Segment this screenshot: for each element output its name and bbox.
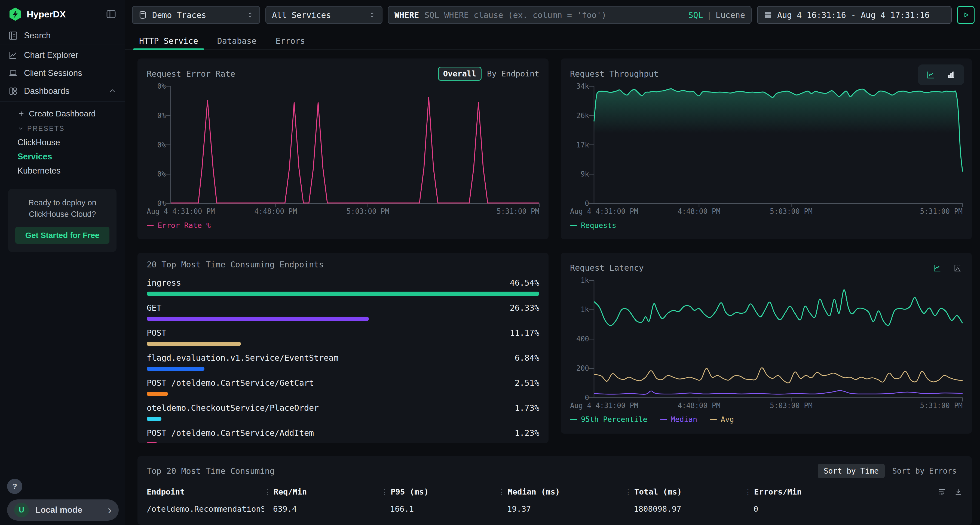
drag-handle-icon[interactable]: ⋮	[498, 488, 504, 496]
endpoint-row[interactable]: oteldemo.CheckoutService/PlaceOrder1.73%	[147, 402, 539, 421]
query-language-toggle[interactable]: SQL | Lucene	[688, 10, 745, 20]
endpoint-percentage: 1.23%	[515, 428, 539, 438]
dashboard-content: Request Error Rate Overall By Endpoint 0…	[125, 50, 980, 525]
endpoint-row[interactable]: POST11.17%	[147, 327, 539, 346]
sidebar-item-label: Dashboards	[24, 86, 69, 96]
x-tick-label: 5:03:00 PM	[770, 401, 813, 410]
sort-by-time-button[interactable]: Sort by Time	[818, 464, 885, 478]
sidebar-item-clickhouse[interactable]: ClickHouse	[18, 135, 125, 150]
source-select-value: Demo Traces	[152, 10, 206, 20]
download-icon[interactable]	[954, 487, 963, 496]
preset-label: Services	[18, 152, 52, 162]
avatar: U	[14, 503, 29, 517]
sidebar-collapse-icon[interactable]	[106, 9, 116, 20]
updown-chevron-icon	[368, 11, 376, 19]
column-header-errors-min[interactable]: ⋮Errors/Min	[744, 487, 861, 496]
tab-database[interactable]: Database	[216, 32, 258, 49]
create-dashboard-button[interactable]: Create Dashboard	[18, 106, 125, 121]
legend-item: Error Rate %	[147, 221, 211, 230]
table-row[interactable]: /oteldemo.RecommendationServ 639.4 166.1…	[147, 500, 963, 518]
sidebar: HyperDX Search Chart Explorer	[0, 0, 125, 525]
endpoint-row[interactable]: POST /oteldemo.CartService/AddItem1.23%	[147, 427, 539, 443]
database-icon	[138, 10, 147, 20]
line-chart-icon[interactable]	[926, 70, 936, 80]
search-bar[interactable]: WHERE SQL | Lucene	[388, 6, 752, 24]
updown-chevron-icon	[247, 11, 254, 19]
endpoint-row[interactable]: ingress46.54%	[147, 277, 539, 296]
cell-total: 1808098.97	[624, 504, 744, 514]
column-header-median[interactable]: ⋮Median (ms)	[498, 487, 624, 496]
endpoint-percentage: 46.54%	[510, 278, 539, 287]
endpoint-row[interactable]: flagd.evaluation.v1.Service/EventStream6…	[147, 352, 539, 371]
drag-handle-icon[interactable]: ⋮	[381, 488, 387, 496]
source-select[interactable]: Demo Traces	[132, 6, 260, 24]
endpoint-row[interactable]: GET26.33%	[147, 302, 539, 321]
line-chart-icon[interactable]	[932, 263, 942, 273]
presets-label: PRESETS	[27, 125, 65, 132]
sidebar-item-label: Client Sessions	[24, 68, 82, 78]
hyperdx-logo[interactable]: HyperDX	[8, 7, 66, 21]
play-icon	[962, 11, 970, 19]
tab-http-service[interactable]: HTTP Service	[137, 32, 200, 49]
drag-handle-icon[interactable]: ⋮	[624, 488, 631, 496]
chart-plot[interactable]	[594, 281, 963, 398]
overall-toggle-button[interactable]: Overall	[438, 67, 482, 81]
local-mode-button[interactable]: U Local mode ›	[7, 500, 119, 521]
sidebar-item-search[interactable]: Search	[0, 27, 125, 44]
bar-chart-icon[interactable]	[946, 70, 956, 80]
sql-mode-label[interactable]: SQL	[688, 10, 703, 20]
x-tick-label: 5:31:00 PM	[920, 401, 963, 410]
endpoint-percentage: 2.51%	[515, 378, 539, 388]
top-time-consuming-table-panel: Top 20 Most Time Consuming Sort by Time …	[137, 456, 972, 525]
endpoint-label: POST /oteldemo.CartService/AddItem	[147, 428, 314, 438]
request-throughput-panel: Request Throughput 09k17k26k34kAug 4 4:3…	[561, 59, 972, 240]
preset-label: Kubernetes	[18, 166, 61, 176]
drag-handle-icon[interactable]: ⋮	[264, 488, 270, 496]
x-tick-label: 5:31:00 PM	[920, 207, 963, 216]
tab-errors[interactable]: Errors	[274, 32, 307, 49]
by-endpoint-toggle-button[interactable]: By Endpoint	[487, 69, 539, 78]
hyperdx-logo-icon	[8, 7, 22, 21]
endpoint-bar	[147, 292, 539, 296]
service-filter-select[interactable]: All Services	[266, 6, 382, 24]
y-tick-label: 1k	[581, 276, 589, 284]
drag-handle-icon[interactable]: ⋮	[744, 488, 751, 496]
date-range-picker[interactable]: Aug 4 16:31:16 - Aug 4 17:31:16	[757, 6, 952, 24]
endpoint-row[interactable]: POST /oteldemo.CartService/GetCart2.51%	[147, 377, 539, 396]
wrap-lines-icon[interactable]	[937, 487, 946, 496]
chart-plot[interactable]	[594, 86, 963, 203]
latency-chart-type-icons	[932, 263, 963, 273]
sidebar-item-dashboards[interactable]: Dashboards	[0, 82, 125, 100]
help-button[interactable]: ?	[7, 479, 22, 494]
sidebar-item-services[interactable]: Services	[18, 150, 125, 164]
sort-by-errors-button[interactable]: Sort by Errors	[886, 464, 963, 478]
y-tick-label: 0%	[158, 170, 166, 178]
get-started-button[interactable]: Get Started for Free	[15, 227, 110, 244]
column-header-total[interactable]: ⋮Total (ms)	[624, 487, 744, 496]
topbar: Demo Traces All Services WHERE SQL |	[125, 0, 980, 29]
column-header-req-min[interactable]: ⋮Req/Min	[264, 487, 381, 496]
search-input[interactable]	[424, 10, 688, 20]
promo-line1: Ready to deploy on	[28, 198, 96, 207]
plus-icon	[18, 110, 25, 117]
sidebar-item-client-sessions[interactable]: Client Sessions	[0, 64, 125, 82]
latency-chart: 02004001k1kAug 4 4:31:00 PM4:48:00 PM5:0…	[570, 277, 963, 427]
chart-plot[interactable]	[171, 86, 539, 203]
endpoint-bar	[147, 342, 241, 346]
endpoint-bar	[147, 417, 161, 421]
column-label: Total (ms)	[634, 487, 682, 496]
dashboard-tabs: HTTP Service Database Errors	[125, 29, 980, 50]
histogram-icon[interactable]	[953, 263, 963, 273]
sidebar-item-kubernetes[interactable]: Kubernetes	[18, 164, 125, 178]
panel-title: Request Error Rate	[147, 69, 235, 79]
presets-toggle[interactable]: PRESETS	[18, 121, 125, 135]
hyperdx-app: HyperDX Search Chart Explorer	[0, 0, 980, 525]
table-header-row: Endpoint ⋮Req/Min ⋮P95 (ms) ⋮Median (ms)…	[147, 484, 963, 500]
column-header-endpoint[interactable]: Endpoint	[147, 487, 264, 496]
tab-label: Errors	[275, 36, 305, 46]
sidebar-item-chart-explorer[interactable]: Chart Explorer	[0, 46, 125, 64]
run-query-button[interactable]	[957, 6, 975, 24]
column-header-p95[interactable]: ⋮P95 (ms)	[381, 487, 498, 496]
lucene-mode-label[interactable]: Lucene	[716, 10, 745, 20]
x-tick-label: Aug 4 4:31:00 PM	[147, 207, 215, 216]
